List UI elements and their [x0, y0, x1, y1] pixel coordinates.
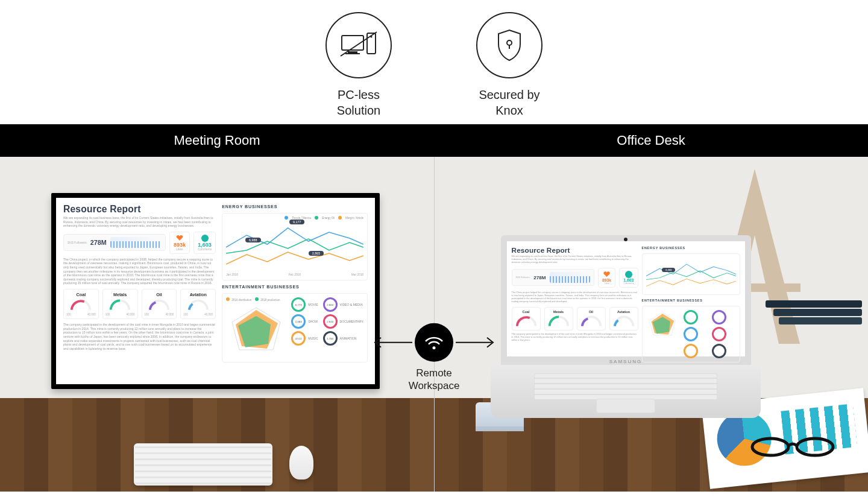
gauge-title: Aviation: [190, 292, 207, 297]
ring-column-a: 6,773MOVIE 2,383SHOW 4,511MUSIC: [291, 297, 318, 358]
likes-value: 893k: [602, 278, 611, 282]
chart-x-axis: Jan 2018 Feb 2018 Mar 2018: [226, 273, 363, 276]
report-body-2: The company participated in the developm…: [63, 323, 216, 350]
energy-section-title: ENERGY BUSINESSES: [642, 246, 740, 250]
svg-point-14: [752, 438, 788, 455]
svg-point-20: [433, 346, 436, 349]
report-body-2: The company participated in the developm…: [512, 333, 638, 342]
display-screen: Resource Report We are expanding its coa…: [56, 198, 375, 384]
pc-less-icon: [326, 12, 392, 78]
gauge-metals: Metals 10040,000: [102, 289, 138, 319]
gauge-title: Metals: [553, 310, 564, 314]
gauge-min: 100: [66, 313, 71, 316]
svg-point-6: [507, 40, 512, 45]
panel-meeting-room: Resource Report We are expanding its coa…: [0, 157, 435, 492]
gauge-title: Oil: [156, 292, 162, 297]
likes-label: Likes: [176, 248, 183, 251]
energy-line-chart: 6,988: [642, 253, 740, 295]
radar-legend: 2016 distribution 2018 production: [226, 297, 286, 302]
feature-row: PC-less Solution Secured by Knox: [0, 0, 868, 124]
radar-chart: [226, 304, 286, 358]
gauge-aviation: Aviation 10040,000: [180, 289, 216, 319]
report-intro-text: We are expanding its coal business base,…: [63, 216, 216, 228]
gauge-max: 40,000: [204, 313, 213, 316]
report-body-1: The China project, in which the company …: [63, 258, 216, 285]
followers-value: 278M: [533, 275, 546, 280]
ring-value: 2,913: [323, 314, 338, 329]
entertainment-section-title: ENTERTAINMENT BUSINESSES: [642, 299, 740, 302]
remote-workspace-badge: Remote Workspace: [370, 323, 498, 393]
entertainment-chart: 2016 distribution 2018 production: [222, 293, 368, 362]
legend-item: 2016 distribution: [226, 297, 251, 302]
gauge-title: Coal: [523, 310, 530, 314]
metric-row: SNS Followers 278M 893k Likes 1,603: [63, 232, 216, 254]
followers-label: SNS Followers: [68, 241, 87, 244]
mouse: [289, 446, 313, 479]
feature-knox: Secured by Knox: [476, 12, 542, 118]
report-intro-text: We are expanding its coal business base,…: [512, 255, 638, 264]
ring-label: MUSIC: [308, 337, 318, 340]
title-left: Meeting Room: [0, 124, 434, 157]
wifi-icon: [415, 323, 453, 362]
chart-pill: 6,988: [245, 238, 261, 242]
shield-lock-icon: [476, 12, 542, 78]
likes-label: Likes: [604, 282, 609, 285]
energy-line-chart: Russia / Mexico Energy Oil Margin / Arti…: [222, 213, 368, 280]
gauge-row: Coal 10040,000 Metals 10040,000 Oil: [63, 289, 216, 319]
panel-office-desk: Resource Report We are expanding its coa…: [435, 157, 869, 492]
gauge-max: 40,000: [87, 313, 96, 316]
entertainment-section-title: ENTERTAINMENT BUSINESSES: [222, 284, 368, 290]
laptop-screen: Resource Report We are expanding its coa…: [507, 241, 745, 356]
followers-value: 278M: [90, 239, 107, 246]
scene-title-bar: Meeting Room Office Desk: [0, 124, 868, 157]
ring-label: ANIMATION: [340, 337, 357, 340]
ring-value: 6,773: [291, 297, 306, 312]
heart-icon: [603, 271, 611, 278]
book-stack: [766, 300, 862, 328]
report-body-1: The China project helped the company sec…: [512, 291, 638, 303]
gauge-max: 40,000: [166, 313, 174, 316]
gauge-min: 100: [105, 313, 110, 316]
gauge-coal: Coal 10040,000: [63, 289, 99, 319]
gauge-min: 100: [183, 313, 188, 316]
x-tick: Jan 2018: [226, 273, 238, 276]
comment-icon: [625, 271, 632, 278]
gauge-oil: Oil 10040,000: [142, 289, 177, 319]
ring-label: VIDEO & MEDIA: [340, 303, 363, 306]
followers-card: SNS Followers 278M: [63, 234, 166, 251]
gauge-min: 100: [145, 313, 149, 316]
eyeglasses: [747, 434, 838, 458]
followers-label: SNS Followers: [516, 276, 530, 279]
report-left-column: Resource Report We are expanding its coa…: [63, 204, 216, 378]
ring-value: 2,664: [323, 297, 338, 312]
ring-value: 2,383: [291, 314, 306, 329]
comments-card: 1,603 Comments: [193, 232, 216, 254]
title-right: Office Desk: [434, 124, 868, 157]
energy-section-title: ENERGY BUSINESSES: [222, 204, 368, 209]
sparkline: [110, 237, 162, 248]
likes-value: 893k: [174, 242, 186, 248]
split-scene: Resource Report We are expanding its coa…: [0, 157, 868, 492]
feature-label: PC-less Solution: [337, 87, 380, 118]
comment-icon: [201, 235, 209, 242]
feature-label: Secured by Knox: [479, 87, 539, 118]
x-tick: Feb 2018: [289, 273, 301, 276]
heart-icon: [176, 235, 183, 242]
laptop: Resource Report We are expanding its coa…: [501, 235, 751, 419]
gauge-title: Oil: [589, 310, 593, 314]
laptop-base: [491, 365, 761, 418]
report-left-column: Resource Report We are expanding its coa…: [512, 246, 638, 352]
wall-display: Resource Report We are expanding its coa…: [51, 193, 380, 389]
ring-label: DOCUMENTARY: [340, 320, 363, 323]
keyboard: [134, 443, 272, 486]
likes-card: 893k Likes: [169, 232, 190, 254]
chart-pill: 9,177: [289, 220, 305, 224]
chart-pill: 6,988: [662, 268, 675, 272]
x-tick: Mar 2018: [351, 273, 363, 276]
gauge-title: Aviation: [617, 310, 630, 314]
entertainment-chart: [642, 306, 740, 362]
remote-label: Remote Workspace: [409, 367, 460, 393]
ring-value: 1,784: [323, 331, 338, 346]
arrow-left-icon: [370, 335, 414, 350]
comments-value: 1,603: [623, 278, 634, 282]
